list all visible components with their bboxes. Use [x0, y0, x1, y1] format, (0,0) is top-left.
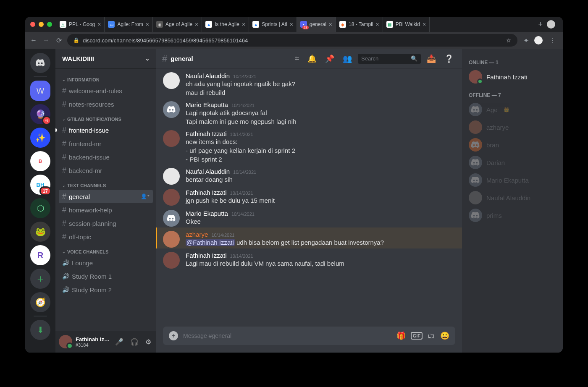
browser-tab[interactable]: ▲Is the Agile× [202, 17, 249, 32]
member-item[interactable]: bran [465, 136, 559, 154]
message[interactable]: Naufal Alauddin10/14/2021eh ada yang lag… [156, 69, 462, 98]
server-header[interactable]: WALKIDIIII ⌄ [55, 49, 156, 69]
server-2[interactable]: 🔮6 [30, 104, 50, 124]
text-channel[interactable]: #backend-issue [59, 150, 153, 164]
maximize-window[interactable] [47, 22, 52, 27]
search-box[interactable]: Search 🔍 [358, 54, 421, 64]
text-channel[interactable]: #general👤⁺ [59, 190, 153, 203]
sticker-icon[interactable]: 🗂 [428, 332, 435, 340]
gif-icon[interactable]: GIF [411, 332, 423, 340]
profile-avatar[interactable] [547, 20, 555, 29]
text-channel[interactable]: #session-planning [59, 217, 153, 230]
download-apps[interactable]: ⬇ [30, 320, 50, 340]
close-tab-icon[interactable]: × [290, 21, 293, 28]
extensions-icon[interactable]: ✦ [522, 37, 530, 44]
browser-tab[interactable]: ◉Age of Agile× [153, 17, 202, 32]
browser-tab[interactable]: ◆18 - Tampil× [336, 17, 383, 32]
attach-button[interactable]: + [169, 331, 178, 340]
message[interactable]: azharye10/14/2021@Fathinah Izzati udh bi… [156, 227, 462, 248]
browser-tab[interactable]: ▦PBI Walkid× [383, 17, 430, 32]
server-4[interactable]: B [30, 151, 50, 171]
text-channel[interactable]: #welcome-and-rules [59, 84, 153, 97]
threads-icon[interactable]: ⌗ [292, 54, 302, 63]
forward-button[interactable]: → [42, 37, 50, 44]
message-author[interactable]: Mario Ekaputta [186, 101, 228, 108]
help-icon[interactable]: ❔ [442, 54, 456, 63]
member-item[interactable]: prims [465, 207, 559, 224]
server-6[interactable]: ⬡ [30, 198, 50, 218]
inbox-icon[interactable]: 📥 [424, 54, 438, 63]
close-tab-icon[interactable]: × [242, 21, 245, 28]
member-item[interactable]: Naufal Alauddin [465, 189, 559, 207]
voice-channel[interactable]: 🔊Lounge [59, 256, 153, 269]
explore-servers[interactable]: 🧭 [30, 292, 50, 312]
voice-channel[interactable]: 🔊Study Room 1 [59, 269, 153, 283]
message[interactable]: Fathinah Izzati10/14/2021jgn push ke be … [156, 186, 462, 207]
text-channel[interactable]: #frontend-issue [59, 123, 153, 137]
message[interactable]: Fathinah Izzati10/14/2021Lagi mau di reb… [156, 248, 462, 269]
server-5[interactable]: BH17 [30, 175, 50, 195]
message-list[interactable]: Naufal Alauddin10/14/2021eh ada yang lag… [156, 69, 462, 327]
message-author[interactable]: azharye [186, 231, 208, 238]
message-avatar[interactable] [163, 252, 180, 269]
browser-tab[interactable]: ▲Sprints | Atl× [249, 17, 297, 32]
text-channel[interactable]: #off-topic [59, 230, 153, 243]
back-button[interactable]: ← [29, 37, 38, 44]
channel-category[interactable]: ⌄ GTILAB NOTIFICATIONS [59, 111, 153, 123]
message-input[interactable]: + Message #general 🎁 GIF 🗂 😀 [163, 327, 455, 345]
message-author[interactable]: Fathinah Izzati [186, 130, 227, 137]
pinned-icon[interactable]: 📌 [323, 54, 337, 63]
close-tab-icon[interactable]: × [97, 21, 101, 28]
server-walkidiiii[interactable]: W [30, 81, 50, 101]
minimize-window[interactable] [39, 22, 44, 27]
close-tab-icon[interactable]: × [329, 21, 332, 28]
message[interactable]: Fathinah Izzati10/14/2021new items in do… [156, 127, 462, 165]
close-tab-icon[interactable]: × [376, 21, 379, 28]
text-channel[interactable]: #backend-mr [59, 164, 153, 177]
browser-tab[interactable]: △PPL - Goog× [56, 17, 105, 32]
close-tab-icon[interactable]: × [195, 21, 198, 28]
gift-icon[interactable]: 🎁 [396, 331, 406, 340]
server-8[interactable]: R [30, 245, 50, 265]
text-channel[interactable]: #notes-resources [59, 97, 153, 111]
channel-category[interactable]: ⌄ INFORMATION [59, 71, 153, 84]
message[interactable]: Naufal Alauddin10/14/2021bentar doang si… [156, 165, 462, 186]
notifications-icon[interactable]: 🔔 [305, 54, 319, 63]
server-3[interactable]: ✨ [30, 128, 50, 148]
window-controls[interactable] [30, 22, 52, 27]
browser-tab[interactable]: ▭Agile: From× [105, 17, 153, 32]
member-item[interactable]: Fathinah Izzati [465, 68, 559, 86]
message-avatar[interactable] [163, 72, 180, 89]
close-tab-icon[interactable]: × [146, 21, 149, 28]
address-bar[interactable]: 🔒 discord.com/channels/89456657985610145… [67, 34, 517, 47]
member-item[interactable]: azharye [465, 118, 559, 136]
message-avatar[interactable] [163, 231, 180, 248]
emoji-icon[interactable]: 😀 [440, 331, 449, 340]
message[interactable]: Mario Ekaputta10/14/2021Lagi ngotak atik… [156, 98, 462, 127]
channel-category[interactable]: ⌄ TEXT CHANNELS [59, 177, 153, 190]
mute-button[interactable]: 🎤 [113, 336, 125, 348]
member-item[interactable]: Mario Ekaputta [465, 171, 559, 189]
member-item[interactable]: Age👑 [465, 101, 559, 118]
add-server[interactable]: + [30, 269, 50, 289]
message-author[interactable]: Naufal Alauddin [186, 168, 230, 175]
message-avatar[interactable] [163, 189, 180, 206]
reload-button[interactable]: ⟳ [55, 37, 63, 44]
message-avatar[interactable] [163, 130, 180, 147]
browser-menu[interactable]: ⋮ [547, 37, 559, 44]
message-author[interactable]: Fathinah Izzati [186, 189, 227, 196]
settings-button[interactable]: ⚙ [144, 336, 153, 348]
message-avatar[interactable] [163, 168, 180, 185]
voice-channel[interactable]: 🔊Study Room 2 [59, 283, 153, 296]
user-info[interactable]: Fathinah Izz... #3184 [76, 336, 110, 348]
channel-category[interactable]: ⌄ VOICE CHANNELS [59, 243, 153, 256]
server-7[interactable]: 🐸 [30, 222, 50, 242]
extension-avatar[interactable] [534, 36, 543, 44]
message-avatar[interactable] [163, 210, 180, 227]
create-invite-icon[interactable]: 👤⁺ [141, 194, 150, 199]
discord-home[interactable] [30, 53, 50, 73]
text-channel[interactable]: #frontend-mr [59, 137, 153, 150]
member-item[interactable]: Darian [465, 154, 559, 171]
message-author[interactable]: Fathinah Izzati [186, 252, 227, 259]
message-author[interactable]: Mario Ekaputta [186, 210, 228, 217]
